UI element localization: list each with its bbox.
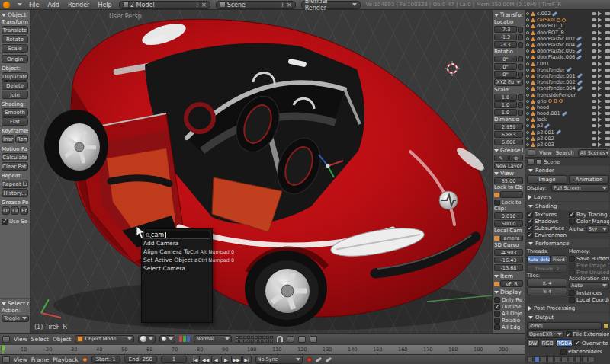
eye-icon[interactable] bbox=[592, 75, 596, 78]
selectable-arrow-icon[interactable] bbox=[598, 130, 604, 135]
outliner-row[interactable]: lock bbox=[526, 117, 610, 123]
tool-shelf-panel-header[interactable]: Object T bbox=[2, 11, 28, 19]
visibility-dot-icon[interactable] bbox=[526, 24, 529, 27]
value-field[interactable]: 500.0 bbox=[494, 220, 523, 227]
renderable-camera-icon[interactable] bbox=[605, 137, 610, 140]
grease-draw-button[interactable]: ✎ bbox=[494, 155, 509, 161]
render-panel-header[interactable]: Render bbox=[527, 166, 609, 174]
file-extensions-option[interactable]: File Extensions bbox=[566, 331, 609, 338]
checkbox-option[interactable]: Free Unused Node bbox=[569, 269, 609, 276]
value-field[interactable]: -16.43 bbox=[494, 257, 523, 263]
post-processing-panel-header[interactable]: Post Processing bbox=[527, 304, 609, 312]
blender-logo-icon[interactable] bbox=[3, 2, 10, 8]
checkbox[interactable] bbox=[494, 304, 500, 310]
threads-autodetect-button[interactable]: Auto-detect bbox=[527, 255, 551, 263]
renderable-camera-icon[interactable] bbox=[605, 106, 610, 109]
lock-icon[interactable] bbox=[518, 102, 523, 108]
visibility-dot-icon[interactable] bbox=[526, 49, 529, 53]
camera-field[interactable]: amera bbox=[500, 235, 523, 241]
selectable-arrow-icon[interactable] bbox=[598, 30, 604, 35]
object-name[interactable]: doorBOT_L bbox=[537, 23, 563, 29]
prev-key-button[interactable]: ◀◀ bbox=[201, 356, 210, 363]
view-panel-header[interactable]: View bbox=[494, 169, 523, 177]
outliner-row[interactable]: doorPlastic.005 bbox=[526, 48, 610, 54]
timeline-menu-frame[interactable]: Frame bbox=[31, 356, 49, 363]
checkbox-option[interactable]: Local Coordinates bbox=[569, 296, 609, 303]
threads-count-slider[interactable]: Threads: 2 bbox=[527, 264, 567, 273]
object-name[interactable]: frontfender.001 bbox=[537, 73, 576, 79]
eye-icon[interactable] bbox=[592, 137, 596, 140]
tool-button[interactable]: History... bbox=[2, 189, 28, 197]
outliner-row[interactable]: grip bbox=[526, 98, 610, 104]
checkbox[interactable] bbox=[569, 270, 575, 276]
timeline-ruler[interactable]: 1020304050607080901001101201301401501601… bbox=[0, 344, 525, 354]
outliner-row[interactable]: c.002 bbox=[526, 11, 610, 17]
play-button[interactable]: ▶ bbox=[221, 356, 230, 363]
editor-type-icon[interactable] bbox=[2, 356, 10, 363]
checkbox-option[interactable]: Instances bbox=[569, 289, 609, 296]
checkbox[interactable] bbox=[569, 212, 575, 218]
outliner-menu-search[interactable]: Search bbox=[556, 150, 574, 156]
outliner-row[interactable]: p2 bbox=[526, 123, 610, 129]
tool-button[interactable]: Smooth bbox=[2, 108, 28, 117]
action-dropdown[interactable]: Toggle bbox=[2, 315, 29, 322]
depth-rgba-button[interactable]: RGBA bbox=[556, 339, 573, 347]
value-field[interactable]: 1.0 bbox=[494, 94, 517, 101]
outliner-row[interactable]: p2.001 bbox=[526, 129, 610, 136]
grease-erase-button[interactable]: ⊘ bbox=[509, 155, 524, 161]
visibility-dot-icon[interactable] bbox=[526, 37, 529, 40]
item-name-field[interactable]: eF_R bbox=[500, 280, 523, 287]
value-field[interactable]: 0° bbox=[494, 71, 517, 78]
timeline-menu-playback[interactable]: Playback bbox=[53, 356, 78, 363]
object-name[interactable]: doorPlastic.004 bbox=[537, 42, 575, 48]
tool-button[interactable]: Duplicate bbox=[2, 72, 28, 81]
outliner-menu-view[interactable]: View bbox=[539, 150, 552, 156]
selectable-arrow-icon[interactable] bbox=[598, 55, 604, 59]
tool-button[interactable]: Dr bbox=[2, 206, 10, 215]
object-name[interactable]: doorBOT_R bbox=[537, 30, 564, 36]
mode-dropdown[interactable]: Object Mode bbox=[75, 335, 134, 343]
object-name[interactable]: frontfender.004 bbox=[537, 85, 576, 91]
object-menu[interactable]: Object bbox=[53, 336, 71, 343]
checkbox[interactable] bbox=[569, 256, 575, 262]
renderable-camera-icon[interactable] bbox=[605, 56, 610, 59]
eye-icon[interactable] bbox=[592, 62, 596, 65]
snap-element-icon[interactable] bbox=[287, 336, 294, 343]
transform-panel-header[interactable]: Transfor bbox=[494, 11, 523, 19]
eye-icon[interactable] bbox=[592, 18, 596, 21]
eye-icon[interactable] bbox=[592, 56, 596, 59]
current-frame-handle[interactable] bbox=[1, 346, 5, 350]
threads-fixed-button[interactable]: Fixed bbox=[551, 255, 567, 263]
selectable-arrow-icon[interactable] bbox=[598, 93, 604, 97]
search-input[interactable]: cam bbox=[143, 231, 210, 239]
checkbox[interactable] bbox=[494, 324, 500, 330]
scene-selector[interactable]: Scene + × bbox=[216, 1, 296, 9]
eye-icon[interactable] bbox=[592, 81, 596, 84]
renderable-camera-icon[interactable] bbox=[605, 31, 610, 34]
render-opengl-icon[interactable] bbox=[298, 336, 306, 343]
object-name[interactable]: carSkel bbox=[537, 17, 555, 23]
checkbox[interactable] bbox=[569, 290, 575, 296]
checkbox[interactable] bbox=[494, 311, 500, 317]
outliner-scope-dropdown[interactable]: All Scenes bbox=[578, 149, 608, 157]
outliner-row[interactable]: frontfender.001 bbox=[526, 73, 610, 79]
value-field[interactable]: 0.010 bbox=[494, 212, 523, 219]
selectable-arrow-icon[interactable] bbox=[598, 117, 604, 122]
lock-icon[interactable] bbox=[518, 110, 523, 116]
visibility-dot-icon[interactable] bbox=[526, 81, 529, 84]
visibility-dot-icon[interactable] bbox=[526, 87, 529, 90]
object-name[interactable]: p2.001 bbox=[537, 129, 554, 136]
grease-pencil-panel-header[interactable]: Grease P bbox=[494, 146, 523, 155]
editor-type-icon[interactable] bbox=[2, 336, 10, 343]
output-panel-header[interactable]: Output bbox=[527, 313, 609, 321]
tool-button[interactable]: Origin bbox=[2, 55, 28, 63]
renderable-camera-icon[interactable] bbox=[605, 69, 610, 72]
checkbox-option[interactable]: Shadows bbox=[527, 218, 567, 225]
outliner-row[interactable]: f.001 bbox=[526, 61, 610, 67]
tool-button[interactable]: Repeat La bbox=[2, 180, 28, 188]
menu-file[interactable]: File bbox=[27, 2, 40, 8]
renderable-camera-icon[interactable] bbox=[605, 37, 610, 40]
value-field[interactable]: 1.0 bbox=[494, 109, 517, 116]
value-field[interactable]: -1.2 bbox=[494, 34, 517, 40]
tool-button[interactable]: Rotate bbox=[2, 35, 28, 43]
